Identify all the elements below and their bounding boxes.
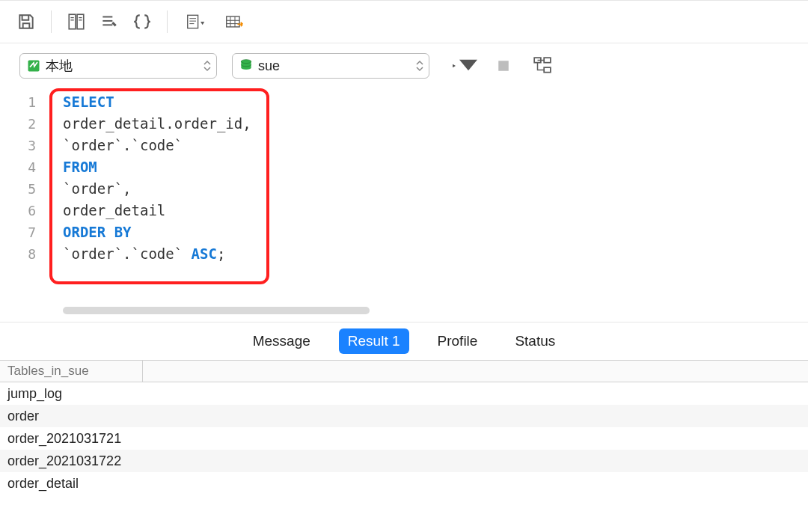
line-number: 6 <box>0 200 46 221</box>
line-number: 7 <box>0 221 46 243</box>
connection-icon <box>26 58 41 73</box>
database-icon <box>239 58 254 73</box>
toolbar-divider <box>51 10 52 33</box>
svg-rect-14 <box>227 16 239 27</box>
svg-rect-9 <box>188 15 198 28</box>
export-result-icon[interactable] <box>221 10 248 33</box>
line-number: 8 <box>0 243 46 265</box>
code-line[interactable]: SELECT <box>52 91 801 113</box>
table-row[interactable]: order_2021031722 <box>0 450 808 472</box>
stop-button[interactable] <box>491 55 516 77</box>
table-header: Tables_in_sue <box>0 361 808 382</box>
tab-message[interactable]: Message <box>244 328 319 354</box>
database-label: sue <box>258 58 280 74</box>
text-result-icon[interactable] <box>181 10 211 33</box>
line-number: 2 <box>0 113 46 135</box>
line-number: 4 <box>0 156 46 178</box>
code-snippet-icon[interactable] <box>131 10 153 33</box>
svg-marker-22 <box>453 64 456 68</box>
table-body: jump_logorderorder_2021031721order_20210… <box>0 382 808 495</box>
line-number: 5 <box>0 178 46 200</box>
result-tabs: Message Result 1 Profile Status <box>0 322 808 360</box>
run-controls <box>452 55 555 77</box>
code-line[interactable]: order_detail.order_id, <box>52 113 801 135</box>
code-line[interactable]: `order`.`code` <box>52 135 801 156</box>
svg-marker-13 <box>201 22 204 25</box>
svg-marker-23 <box>459 59 477 70</box>
chevron-updown-icon <box>203 60 212 72</box>
line-number: 1 <box>0 91 46 113</box>
run-button[interactable] <box>452 55 477 77</box>
query-templates-icon[interactable] <box>65 10 88 33</box>
code-block[interactable]: SELECTorder_detail.order_id,`order`.`cod… <box>52 91 801 265</box>
database-selector[interactable]: sue <box>232 53 429 79</box>
connection-selector[interactable]: 本地 <box>19 53 217 79</box>
connection-label: 本地 <box>46 57 73 75</box>
chevron-down-icon <box>459 56 477 76</box>
svg-rect-0 <box>69 14 76 29</box>
code-line[interactable]: order_detail <box>52 200 801 221</box>
toolbar-divider <box>167 10 168 33</box>
controls-bar: 本地 sue <box>0 43 808 88</box>
explain-plan-button[interactable] <box>530 55 555 77</box>
sql-editor[interactable]: 12345678 SELECTorder_detail.order_id,`or… <box>0 88 808 322</box>
beautify-sql-icon[interactable] <box>98 10 120 33</box>
chevron-updown-icon <box>415 60 424 72</box>
svg-rect-26 <box>544 58 551 63</box>
table-row[interactable]: order_2021031721 <box>0 427 808 450</box>
svg-rect-24 <box>498 61 509 71</box>
main-toolbar <box>0 0 808 43</box>
tab-result[interactable]: Result 1 <box>339 328 409 354</box>
code-line[interactable]: `order`.`code` ASC; <box>52 243 801 265</box>
tab-profile[interactable]: Profile <box>429 328 487 354</box>
code-line[interactable]: `order`, <box>52 178 801 200</box>
tab-status[interactable]: Status <box>506 328 564 354</box>
table-row[interactable]: jump_log <box>0 382 808 405</box>
code-line[interactable]: ORDER BY <box>52 221 801 243</box>
svg-rect-27 <box>544 67 551 73</box>
save-icon[interactable] <box>15 10 37 33</box>
result-table: Tables_in_sue jump_logorderorder_2021031… <box>0 360 808 495</box>
horizontal-scrollbar[interactable] <box>63 307 370 314</box>
table-row[interactable]: order <box>0 405 808 427</box>
column-header[interactable]: Tables_in_sue <box>0 361 143 382</box>
line-gutter: 12345678 <box>0 88 46 322</box>
code-line[interactable]: FROM <box>52 156 801 178</box>
svg-rect-1 <box>77 14 84 29</box>
table-row[interactable]: order_detail <box>0 472 808 495</box>
line-number: 3 <box>0 135 46 156</box>
